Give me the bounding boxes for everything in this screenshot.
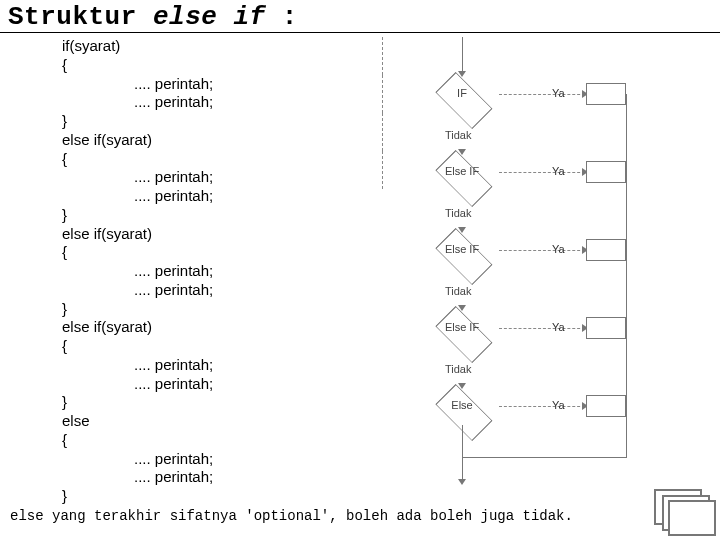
code-line: } bbox=[62, 300, 342, 319]
decision-elseif: Else IF bbox=[425, 309, 499, 347]
flow-line bbox=[499, 250, 585, 251]
label-yes: Ya bbox=[552, 399, 565, 411]
flow-line bbox=[462, 37, 463, 73]
label-no: Tidak bbox=[445, 363, 472, 375]
code-line: { bbox=[62, 243, 342, 262]
code-line: } bbox=[62, 112, 342, 131]
code-line: { bbox=[62, 150, 342, 169]
flow-line bbox=[382, 75, 383, 113]
code-line: { bbox=[62, 337, 342, 356]
code-line: .... perintah; bbox=[62, 168, 342, 187]
arrow-icon bbox=[458, 479, 466, 485]
code-line: .... perintah; bbox=[62, 468, 342, 487]
slide-decoration bbox=[654, 489, 714, 534]
code-line: .... perintah; bbox=[62, 262, 342, 281]
label-yes: Ya bbox=[552, 87, 565, 99]
code-line: .... perintah; bbox=[62, 75, 342, 94]
slide-title: Struktur else if : bbox=[0, 0, 720, 33]
label-no: Tidak bbox=[445, 129, 472, 141]
flow-line bbox=[626, 94, 627, 457]
title-suffix: : bbox=[266, 2, 298, 32]
flowchart: IF Ya Tidak Else IF Ya Tidak Else IF bbox=[342, 37, 708, 497]
code-line: { bbox=[62, 431, 342, 450]
code-line: .... perintah; bbox=[62, 187, 342, 206]
code-line: .... perintah; bbox=[62, 450, 342, 469]
decision-if: IF bbox=[425, 75, 499, 113]
code-line: } bbox=[62, 393, 342, 412]
code-line: .... perintah; bbox=[62, 375, 342, 394]
footnote: else yang terakhir sifatnya 'optional', … bbox=[0, 506, 720, 524]
decision-else: Else bbox=[425, 387, 499, 425]
decision-elseif: Else IF bbox=[425, 153, 499, 191]
decision-elseif: Else IF bbox=[425, 231, 499, 269]
code-line: .... perintah; bbox=[62, 281, 342, 300]
process-box bbox=[586, 161, 626, 183]
flow-line bbox=[499, 172, 585, 173]
code-block: if(syarat) { .... perintah; .... perinta… bbox=[12, 37, 342, 506]
title-keyword: else if bbox=[153, 2, 266, 32]
label-no: Tidak bbox=[445, 207, 472, 219]
flow-line bbox=[499, 406, 585, 407]
code-line: .... perintah; bbox=[62, 356, 342, 375]
title-prefix: Struktur bbox=[8, 2, 153, 32]
flow-line bbox=[382, 151, 383, 189]
code-line: else if(syarat) bbox=[62, 318, 342, 337]
label-yes: Ya bbox=[552, 321, 565, 333]
flow-line bbox=[382, 113, 383, 151]
label-no: Tidak bbox=[445, 285, 472, 297]
code-line: } bbox=[62, 206, 342, 225]
code-line: .... perintah; bbox=[62, 93, 342, 112]
flow-line bbox=[462, 425, 463, 457]
process-box bbox=[586, 239, 626, 261]
code-line: else bbox=[62, 412, 342, 431]
flow-line bbox=[382, 37, 383, 75]
code-line: else if(syarat) bbox=[62, 131, 342, 150]
process-box bbox=[586, 395, 626, 417]
code-line: } bbox=[62, 487, 342, 506]
flow-line bbox=[499, 94, 585, 95]
flow-line bbox=[462, 457, 463, 481]
code-line: else if(syarat) bbox=[62, 225, 342, 244]
label-yes: Ya bbox=[552, 243, 565, 255]
flow-line bbox=[462, 457, 627, 458]
flow-line bbox=[499, 328, 585, 329]
code-line: if(syarat) bbox=[62, 37, 342, 56]
label-yes: Ya bbox=[552, 165, 565, 177]
code-line: { bbox=[62, 56, 342, 75]
process-box bbox=[586, 83, 626, 105]
content-row: if(syarat) { .... perintah; .... perinta… bbox=[0, 33, 720, 506]
process-box bbox=[586, 317, 626, 339]
